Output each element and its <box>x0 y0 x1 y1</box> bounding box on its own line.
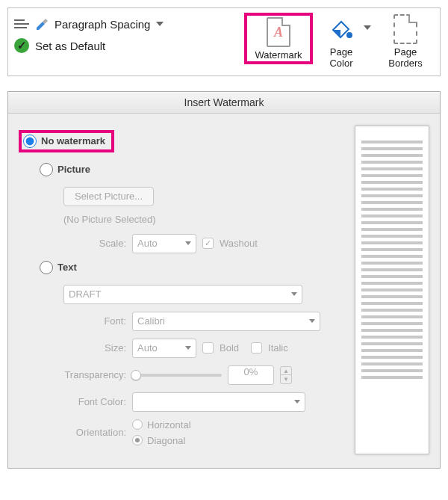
page-color-button[interactable]: Page Color <box>319 13 364 70</box>
stepper-up-icon: ▲ <box>281 367 291 376</box>
set-as-default-button[interactable]: ✓ Set as Default <box>14 38 238 53</box>
paint-bucket-icon <box>329 17 354 41</box>
chevron-down-icon <box>185 346 191 350</box>
insert-watermark-dialog: Insert Watermark No watermark Picture Se… <box>7 91 441 469</box>
chevron-down-icon <box>291 292 297 296</box>
washout-label: Washout <box>220 238 258 249</box>
option-picture-row: Picture <box>40 163 344 176</box>
check-circle-icon: ✓ <box>14 38 29 53</box>
page-color-dropdown[interactable] <box>364 13 371 43</box>
size-select[interactable]: Auto <box>132 339 196 358</box>
paragraph-spacing-label: Paragraph Spacing <box>55 18 150 31</box>
chevron-down-icon <box>364 25 371 30</box>
size-value: Auto <box>137 342 158 354</box>
italic-label: Italic <box>268 342 288 354</box>
watermark-label: Watermark <box>255 50 302 61</box>
chevron-down-icon <box>294 400 300 404</box>
brush-icon <box>35 18 49 30</box>
radio-text[interactable] <box>40 261 53 274</box>
label-text: Text <box>57 262 77 273</box>
transparency-slider[interactable] <box>132 374 222 377</box>
italic-checkbox[interactable] <box>251 342 262 354</box>
font-color-select[interactable] <box>132 392 305 412</box>
watermark-button[interactable]: A Watermark <box>250 16 307 61</box>
svg-point-0 <box>346 32 352 38</box>
page-borders-icon <box>393 14 417 44</box>
dialog-title: Insert Watermark <box>8 92 440 114</box>
ribbon: Paragraph Spacing ✓ Set as Default A Wat… <box>7 7 441 76</box>
font-color-label: Font Color: <box>44 396 126 407</box>
option-no-watermark-row: No watermark <box>19 130 344 152</box>
size-label: Size: <box>44 342 126 354</box>
page-color-label: Page Color <box>323 47 359 70</box>
radio-horizontal[interactable] <box>132 419 143 430</box>
font-value: Calibri <box>137 315 165 327</box>
text-preset-value: DRAFT <box>69 288 101 300</box>
text-preset-select[interactable]: DRAFT <box>63 285 302 304</box>
set-as-default-label: Set as Default <box>35 40 105 52</box>
washout-checkbox[interactable] <box>202 238 214 249</box>
select-picture-button[interactable]: Select Picture... <box>63 187 154 206</box>
bold-checkbox[interactable] <box>202 342 214 354</box>
paragraph-spacing-button[interactable]: Paragraph Spacing <box>14 17 238 31</box>
label-no-watermark: No watermark <box>41 135 105 146</box>
chevron-down-icon <box>309 319 315 323</box>
label-picture: Picture <box>57 164 90 175</box>
stepper-down-icon: ▼ <box>281 375 291 383</box>
chevron-down-icon <box>156 22 164 26</box>
preview-page <box>355 126 429 454</box>
chevron-down-icon <box>185 241 191 245</box>
orientation-diagonal-label: Diagonal <box>147 435 185 446</box>
page-borders-button[interactable]: Page Borders <box>377 13 434 70</box>
scale-value: Auto <box>137 238 158 249</box>
scale-select[interactable]: Auto <box>132 234 196 253</box>
no-watermark-highlight: No watermark <box>19 130 114 152</box>
scale-label: Scale: <box>44 238 126 249</box>
no-picture-selected-label: (No Picture Selected) <box>63 214 344 225</box>
radio-diagonal[interactable] <box>132 435 143 445</box>
paragraph-lines-icon <box>14 17 29 31</box>
orientation-horizontal-label: Horizontal <box>147 419 191 430</box>
option-text-row: Text <box>40 261 344 274</box>
radio-picture[interactable] <box>40 163 53 176</box>
transparency-stepper[interactable]: ▲▼ <box>280 366 292 384</box>
ribbon-left-group: Paragraph Spacing ✓ Set as Default <box>14 13 238 53</box>
font-label: Font: <box>44 315 126 327</box>
watermark-icon: A <box>267 17 290 47</box>
transparency-value[interactable]: 0% <box>228 365 274 385</box>
font-select[interactable]: Calibri <box>132 312 320 331</box>
slider-thumb-icon <box>131 370 141 380</box>
radio-no-watermark[interactable] <box>23 135 37 148</box>
transparency-label: Transparency: <box>44 369 126 380</box>
page-borders-label: Page Borders <box>382 47 429 70</box>
preview-pane <box>355 126 429 454</box>
bold-label: Bold <box>220 342 239 354</box>
watermark-highlight: A Watermark <box>244 13 313 64</box>
orientation-label: Orientation: <box>44 427 126 438</box>
